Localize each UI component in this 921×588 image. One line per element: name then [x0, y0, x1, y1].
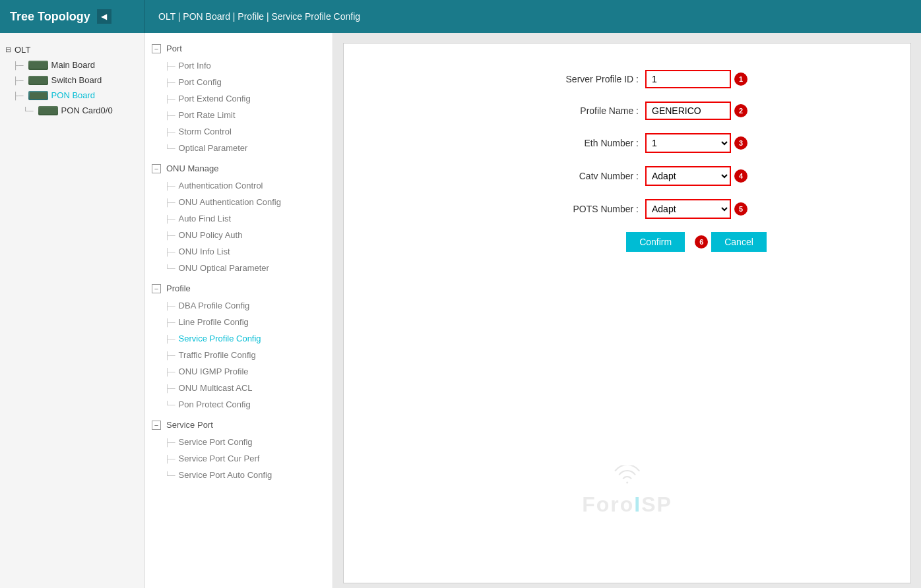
- main-panel: Server Profile ID : 1 Profile Name : 2 E…: [333, 33, 921, 588]
- nav-item-port-extend-config[interactable]: ├─ Port Extend Config: [145, 90, 333, 107]
- minus-icon[interactable]: −: [152, 284, 161, 293]
- nav-item-port-config[interactable]: ├─ Port Config: [145, 74, 333, 90]
- nav-connector: ├─: [165, 182, 175, 190]
- nav-item-pon-protect-config[interactable]: └─ Pon Protect Config: [145, 396, 333, 413]
- sidebar-item-olt[interactable]: ⊟ OLT: [0, 40, 144, 57]
- sidebar-item-pon-board[interactable]: ├─ PON Board: [0, 88, 144, 103]
- nav-item-label: Pon Protect Config: [179, 399, 251, 409]
- wifi-icon: [582, 465, 672, 489]
- nav-item-line-profile-config[interactable]: ├─ Line Profile Config: [145, 314, 333, 330]
- badge-4: 4: [734, 169, 747, 183]
- minus-icon[interactable]: −: [152, 164, 161, 173]
- sidebar-item-pon-card[interactable]: └─ PON Card0/0: [0, 103, 144, 118]
- nav-section-profile: − Profile ├─ DBA Profile Config ├─ Line …: [145, 279, 333, 413]
- nav-item-storm-control[interactable]: ├─ Storm Control: [145, 123, 333, 140]
- watermark: ForoISP: [582, 465, 672, 517]
- device-icon: [28, 91, 48, 100]
- nav-section-label: Service Port: [166, 420, 213, 430]
- nav-item-service-profile-config[interactable]: ├─ Service Profile Config: [145, 330, 333, 347]
- nav-item-onu-info-list[interactable]: ├─ ONU Info List: [145, 243, 333, 260]
- nav-item-port-rate-limit[interactable]: ├─ Port Rate Limit: [145, 107, 333, 123]
- nav-connector: ├─: [165, 438, 175, 446]
- sidebar-item-main-board[interactable]: ├─ Main Board: [0, 57, 144, 73]
- nav-item-port-info[interactable]: ├─ Port Info: [145, 57, 333, 74]
- olt-icon: ⊟: [5, 45, 11, 54]
- tree-connector: └─: [23, 107, 34, 115]
- nav-section-port-header[interactable]: − Port: [145, 40, 333, 57]
- nav-section-port: − Port ├─ Port Info ├─ Port Config ├─ Po…: [145, 40, 333, 156]
- nav-item-label: Service Port Cur Perf: [179, 454, 260, 463]
- nav-connector: ├─: [165, 248, 175, 256]
- minus-icon[interactable]: −: [152, 44, 161, 53]
- nav-connector: └─: [165, 401, 175, 409]
- nav-item-label: Service Port Auto Config: [179, 470, 272, 480]
- nav-item-onu-multicast-acl[interactable]: ├─ ONU Multicast ACL: [145, 380, 333, 396]
- collapse-button[interactable]: ◀: [97, 9, 111, 24]
- nav-item-onu-policy-auth[interactable]: ├─ ONU Policy Auth: [145, 227, 333, 243]
- server-profile-id-input[interactable]: [645, 70, 731, 88]
- form-row-buttons: Confirm 6 Cancel: [364, 232, 891, 252]
- label-profile-name: Profile Name :: [507, 105, 639, 116]
- nav-connector: ├─: [165, 78, 175, 86]
- nav-item-label: ONU Info List: [179, 247, 230, 256]
- catv-number-select[interactable]: Adapt 0 1: [645, 166, 731, 186]
- nav-item-label: Port Rate Limit: [179, 110, 236, 120]
- nav-item-onu-authentication-config[interactable]: ├─ ONU Authentication Config: [145, 194, 333, 210]
- sidebar-item-label: PON Board: [51, 90, 95, 100]
- nav-item-label: Traffic Profile Config: [179, 350, 256, 360]
- nav-item-service-port-auto-config[interactable]: └─ Service Port Auto Config: [145, 467, 333, 483]
- nav-connector: ├─: [165, 198, 175, 206]
- nav-item-label: Auto Find List: [179, 214, 232, 223]
- eth-number-select[interactable]: 1 2 4: [645, 133, 731, 153]
- label-catv-number: Catv Number :: [507, 171, 639, 181]
- nav-item-label: ONU Policy Auth: [179, 230, 243, 240]
- form-card: Server Profile ID : 1 Profile Name : 2 E…: [343, 43, 911, 583]
- form-row-server-profile-id: Server Profile ID : 1: [364, 70, 891, 88]
- badge-6: 6: [695, 235, 708, 249]
- nav-item-label: ONU Optical Parameter: [179, 263, 269, 273]
- nav-item-onu-igmp-profile[interactable]: ├─ ONU IGMP Profile: [145, 363, 333, 380]
- nav-connector: ├─: [165, 62, 175, 70]
- nav-item-label: Service Port Config: [179, 437, 253, 447]
- pots-number-select[interactable]: Adapt 0 1 2: [645, 199, 731, 219]
- nav-item-dba-profile-config[interactable]: ├─ DBA Profile Config: [145, 297, 333, 314]
- nav-connector: └─: [165, 144, 175, 152]
- nav-connector: ├─: [165, 95, 175, 103]
- sidebar-item-label: Switch Board: [51, 75, 102, 85]
- nav-item-label: DBA Profile Config: [179, 301, 250, 310]
- nav-item-service-port-config[interactable]: ├─ Service Port Config: [145, 434, 333, 450]
- nav-item-service-port-cur-perf[interactable]: ├─ Service Port Cur Perf: [145, 450, 333, 467]
- nav-item-label: Port Extend Config: [179, 94, 251, 103]
- nav-connector: └─: [165, 471, 175, 479]
- nav-connector: ├─: [165, 455, 175, 463]
- form-row-pots-number: POTS Number : Adapt 0 1 2 5: [364, 199, 891, 219]
- nav-connector: ├─: [165, 351, 175, 359]
- profile-name-input[interactable]: [645, 102, 731, 120]
- label-eth-number: Eth Number :: [507, 138, 639, 148]
- nav-section-label: Profile: [166, 283, 191, 293]
- nav-item-authentication-control[interactable]: ├─ Authentication Control: [145, 177, 333, 194]
- badge-3: 3: [734, 136, 747, 150]
- nav-section-service-port-header[interactable]: − Service Port: [145, 416, 333, 434]
- nav-connector: ├─: [165, 335, 175, 343]
- nav-item-onu-optical-parameter[interactable]: └─ ONU Optical Parameter: [145, 260, 333, 276]
- nav-connector: ├─: [165, 384, 175, 392]
- nav-item-auto-find-list[interactable]: ├─ Auto Find List: [145, 210, 333, 227]
- nav-item-traffic-profile-config[interactable]: ├─ Traffic Profile Config: [145, 347, 333, 363]
- main-layout: ⊟ OLT ├─ Main Board ├─ Switch Board ├─ P…: [0, 33, 921, 588]
- nav-connector: ├─: [165, 128, 175, 136]
- confirm-button[interactable]: Confirm: [626, 232, 685, 252]
- label-pots-number: POTS Number :: [507, 204, 639, 214]
- nav-section-profile-header[interactable]: − Profile: [145, 279, 333, 297]
- content-area: − Port ├─ Port Info ├─ Port Config ├─ Po…: [145, 33, 921, 588]
- nav-item-label: Storm Control: [179, 127, 232, 136]
- nav-item-label: ONU Authentication Config: [179, 197, 281, 207]
- badge-2: 2: [734, 104, 747, 117]
- sidebar-item-switch-board[interactable]: ├─ Switch Board: [0, 73, 144, 88]
- minus-icon[interactable]: −: [152, 421, 161, 430]
- nav-item-optical-parameter[interactable]: └─ Optical Parameter: [145, 140, 333, 156]
- form-row-catv-number: Catv Number : Adapt 0 1 4: [364, 166, 891, 186]
- sidebar: ⊟ OLT ├─ Main Board ├─ Switch Board ├─ P…: [0, 33, 145, 588]
- nav-section-onu-manage-header[interactable]: − ONU Manage: [145, 160, 333, 177]
- cancel-button[interactable]: Cancel: [711, 232, 767, 252]
